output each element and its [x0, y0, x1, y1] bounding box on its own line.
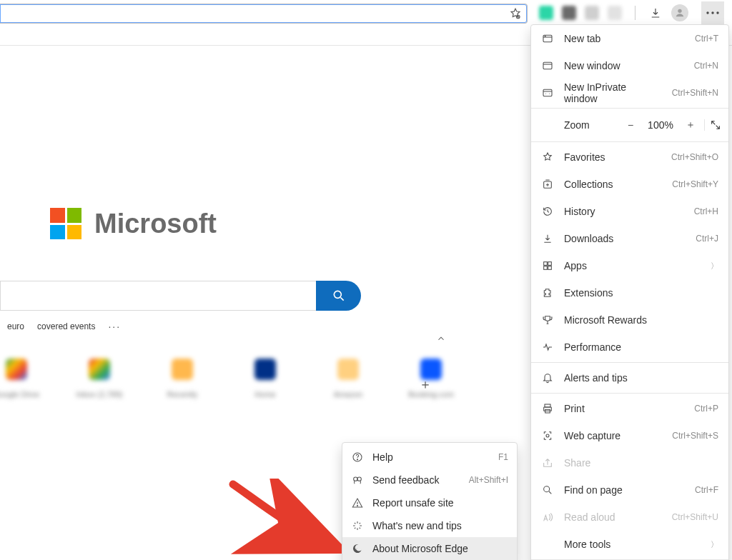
sparkle-icon [351, 519, 364, 532]
zoom-level: 100% [644, 119, 677, 131]
menu-new-window[interactable]: New window Ctrl+N [531, 52, 728, 79]
chevron-right-icon: 〉 [711, 539, 718, 550]
more-filters-icon[interactable]: ··· [108, 321, 121, 332]
menu-apps[interactable]: Apps 〉 [531, 252, 728, 279]
filter-chip[interactable]: euro [7, 321, 24, 331]
settings-menu: New tab Ctrl+T New window Ctrl+N New InP… [530, 24, 729, 560]
svg-point-27 [357, 505, 357, 506]
menu-read-aloud: Read aloud Ctrl+Shift+U [531, 504, 728, 531]
menu-performance[interactable]: Performance [531, 334, 728, 361]
bell-icon [541, 371, 554, 384]
submenu-report-unsafe[interactable]: Report unsafe site [342, 491, 517, 514]
zoom-in-button[interactable]: ＋ [678, 113, 703, 137]
site-tile[interactable]: Google Drive [0, 359, 33, 399]
svg-point-25 [354, 477, 357, 481]
site-tile[interactable]: Inbox (2,789) [83, 359, 116, 399]
extension-icon[interactable] [585, 6, 599, 20]
svg-rect-12 [548, 262, 552, 266]
menu-favorites[interactable]: Favorites Ctrl+Shift+O [531, 144, 728, 171]
edge-icon [351, 542, 364, 555]
menu-separator [531, 141, 728, 142]
add-favorite-icon[interactable] [508, 6, 523, 21]
trophy-icon [541, 314, 554, 326]
menu-web-capture[interactable]: Web capture Ctrl+Shift+S [531, 422, 728, 449]
top-sites-row: Google Drive Inbox (2,789) Recently Home… [0, 359, 447, 399]
divider [635, 6, 635, 20]
toolbar [0, 0, 732, 26]
svg-point-3 [711, 11, 713, 14]
microsoft-logo-squares [50, 208, 81, 239]
svg-rect-8 [543, 62, 552, 69]
menu-find[interactable]: Find on page Ctrl+F [531, 476, 728, 504]
menu-alerts[interactable]: Alerts and tips [531, 364, 728, 391]
menu-extensions[interactable]: Extensions [531, 279, 728, 306]
menu-new-tab[interactable]: New tab Ctrl+T [531, 25, 728, 52]
history-icon [541, 205, 554, 218]
microsoft-logo: Microsoft [50, 208, 217, 239]
zoom-out-button[interactable]: − [618, 113, 643, 137]
extension-strip [528, 1, 724, 24]
search-icon [541, 484, 554, 496]
submenu-whats-new[interactable]: What's new and tips [342, 514, 517, 537]
extension-icon[interactable] [608, 6, 622, 20]
apps-icon [541, 259, 554, 272]
site-tile[interactable]: Amazon [332, 359, 365, 399]
svg-rect-14 [548, 266, 552, 270]
svg-rect-15 [545, 404, 550, 407]
svg-point-24 [357, 459, 357, 460]
new-tab-icon [541, 32, 554, 45]
search-bar [0, 281, 361, 311]
menu-print[interactable]: Print Ctrl+P [531, 395, 728, 422]
help-submenu: Help F1 Send feedback Alt+Shift+I Report… [342, 442, 518, 560]
address-bar[interactable] [0, 4, 528, 24]
downloads-icon[interactable] [648, 6, 663, 20]
svg-point-7 [545, 36, 545, 36]
settings-and-more-button[interactable] [701, 1, 724, 24]
svg-rect-9 [543, 89, 552, 96]
fullscreen-button[interactable] [704, 119, 726, 131]
filter-row: euro covered events ··· [7, 321, 121, 332]
menu-separator [531, 108, 728, 109]
svg-point-5 [334, 291, 341, 298]
star-icon [541, 151, 554, 164]
menu-more-tools[interactable]: More tools 〉 [531, 531, 728, 558]
menu-inprivate[interactable]: New InPrivate window Ctrl+Shift+N [531, 79, 728, 106]
help-icon [351, 451, 364, 464]
submenu-about-edge[interactable]: About Microsoft Edge [342, 537, 517, 560]
svg-point-2 [706, 11, 708, 14]
pulse-icon [541, 341, 554, 354]
read-aloud-icon [541, 511, 554, 524]
search-button[interactable] [316, 281, 361, 311]
filter-chip[interactable]: covered events [37, 321, 95, 331]
extensions-icon [541, 286, 554, 299]
microsoft-logo-text: Microsoft [94, 209, 217, 239]
add-site-icon[interactable]: ＋ [419, 376, 432, 393]
profile-avatar-icon[interactable] [671, 4, 688, 21]
submenu-send-feedback[interactable]: Send feedback Alt+Shift+I [342, 469, 517, 491]
search-input[interactable] [0, 281, 316, 311]
svg-rect-11 [544, 262, 548, 266]
menu-separator [531, 362, 728, 363]
site-tile[interactable]: Recently [166, 359, 199, 399]
svg-point-26 [357, 477, 361, 481]
svg-rect-13 [544, 266, 548, 270]
window-icon [541, 59, 554, 72]
warning-icon [351, 496, 364, 509]
submenu-help[interactable]: Help F1 [342, 446, 517, 469]
extension-icon[interactable] [562, 6, 576, 20]
menu-downloads[interactable]: Downloads Ctrl+J [531, 225, 728, 252]
feedback-icon [351, 474, 364, 486]
menu-zoom: Zoom − 100% ＋ [531, 110, 728, 140]
menu-rewards[interactable]: Microsoft Rewards [531, 306, 728, 334]
svg-point-4 [716, 11, 718, 14]
inprivate-icon [541, 86, 554, 99]
collections-icon [541, 178, 554, 191]
menu-collections[interactable]: Collections Ctrl+Shift+Y [531, 171, 728, 198]
capture-icon [541, 429, 554, 442]
svg-point-18 [546, 434, 549, 437]
chevron-up-icon[interactable] [436, 334, 446, 344]
menu-history[interactable]: History Ctrl+H [531, 198, 728, 225]
download-icon [541, 232, 554, 245]
site-tile[interactable]: Home [249, 359, 282, 399]
extension-icon[interactable] [539, 6, 553, 20]
